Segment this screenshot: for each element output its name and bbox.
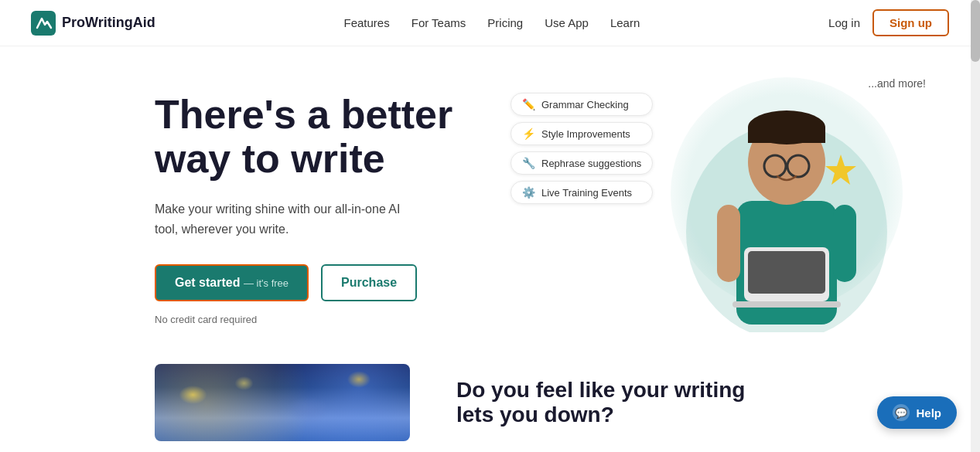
hero-subtitle: Make your writing shine with our all-in-… xyxy=(155,199,402,239)
training-icon: ⚙️ xyxy=(522,186,535,199)
pill-grammar: ✏️ Grammar Checking xyxy=(510,93,653,116)
nav-links: Features For Teams Pricing Use App Learn xyxy=(344,16,640,29)
hero-title: There's a better way to write xyxy=(155,93,480,181)
nav-pricing[interactable]: Pricing xyxy=(487,16,523,29)
nav-actions: Log in Sign up xyxy=(828,9,949,36)
starry-night-image xyxy=(155,364,410,441)
free-label: — it's free xyxy=(244,277,289,289)
nav-learn[interactable]: Learn xyxy=(610,16,640,29)
logo-icon xyxy=(31,11,56,36)
nav-use-app[interactable]: Use App xyxy=(545,16,589,29)
hero-title-line1: There's a better xyxy=(155,92,452,137)
hero-title-line2: way to write xyxy=(155,136,385,181)
help-button[interactable]: 💬 Help xyxy=(877,396,957,429)
pill-style: ⚡ Style Improvements xyxy=(510,122,653,145)
style-icon: ⚡ xyxy=(522,127,535,140)
help-icon: 💬 xyxy=(893,404,910,421)
rephrase-icon: 🔧 xyxy=(522,157,535,169)
svg-rect-10 xyxy=(748,251,825,294)
purchase-button[interactable]: Purchase xyxy=(321,264,417,301)
hero-right: ...and more! xyxy=(510,77,949,325)
hero-buttons: Get started — it's free Purchase xyxy=(155,264,480,301)
get-started-label: Get started xyxy=(175,276,240,289)
style-label: Style Improvements xyxy=(541,128,630,140)
person-illustration xyxy=(663,77,910,332)
nav-for-teams[interactable]: For Teams xyxy=(411,16,466,29)
scrollbar-thumb[interactable] xyxy=(971,0,980,62)
svg-rect-11 xyxy=(732,301,841,308)
rephrase-label: Rephrase suggestions xyxy=(541,158,641,169)
login-button[interactable]: Log in xyxy=(828,16,860,29)
svg-rect-12 xyxy=(717,205,740,282)
bottom-title: Do you feel like your writing lets you d… xyxy=(456,378,750,427)
no-credit-text: No credit card required xyxy=(155,314,480,325)
training-label: Live Training Events xyxy=(541,187,632,199)
bottom-text: Do you feel like your writing lets you d… xyxy=(456,378,949,427)
bottom-image xyxy=(155,364,410,441)
feature-pills: ✏️ Grammar Checking ⚡ Style Improvements… xyxy=(510,93,653,204)
bottom-section: Do you feel like your writing lets you d… xyxy=(0,348,980,452)
svg-rect-13 xyxy=(833,205,856,282)
nav-features[interactable]: Features xyxy=(344,16,390,29)
svg-rect-5 xyxy=(748,127,825,143)
help-label: Help xyxy=(916,406,941,420)
hero-section: There's a better way to write Make your … xyxy=(0,46,980,348)
pill-rephrase: 🔧 Rephrase suggestions xyxy=(510,151,653,175)
scrollbar[interactable] xyxy=(971,0,980,452)
signup-button[interactable]: Sign up xyxy=(872,9,949,36)
navbar: ProWritingAid Features For Teams Pricing… xyxy=(0,0,980,46)
grammar-icon: ✏️ xyxy=(522,98,535,110)
logo-link[interactable]: ProWritingAid xyxy=(31,11,155,36)
get-started-button[interactable]: Get started — it's free xyxy=(155,264,309,301)
pill-training: ⚙️ Live Training Events xyxy=(510,181,653,204)
hero-left: There's a better way to write Make your … xyxy=(155,85,480,325)
grammar-label: Grammar Checking xyxy=(541,99,629,110)
brand-name: ProWritingAid xyxy=(62,15,155,31)
